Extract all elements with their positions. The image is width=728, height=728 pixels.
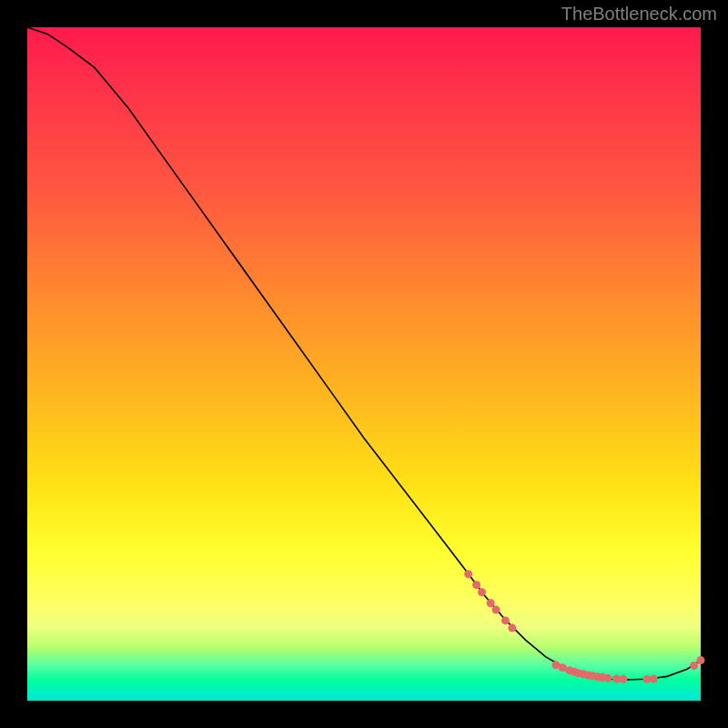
data-point-marker <box>690 662 698 670</box>
watermark-text: TheBottleneck.com <box>561 4 717 25</box>
data-point-marker <box>464 570 472 578</box>
data-point-marker <box>619 675 627 683</box>
data-point-marker <box>697 656 705 664</box>
data-point-marker <box>487 599 495 607</box>
data-point-marker <box>603 674 612 682</box>
chart-svg <box>27 27 701 701</box>
data-point-marker <box>492 606 500 614</box>
bottleneck-curve <box>27 27 701 680</box>
data-point-marker <box>501 616 510 624</box>
data-point-marker <box>650 674 658 682</box>
data-point-marker <box>472 581 480 589</box>
data-point-marker <box>478 588 486 596</box>
data-point-marker <box>508 624 516 632</box>
plot-area <box>27 27 701 701</box>
marker-group <box>464 570 704 682</box>
